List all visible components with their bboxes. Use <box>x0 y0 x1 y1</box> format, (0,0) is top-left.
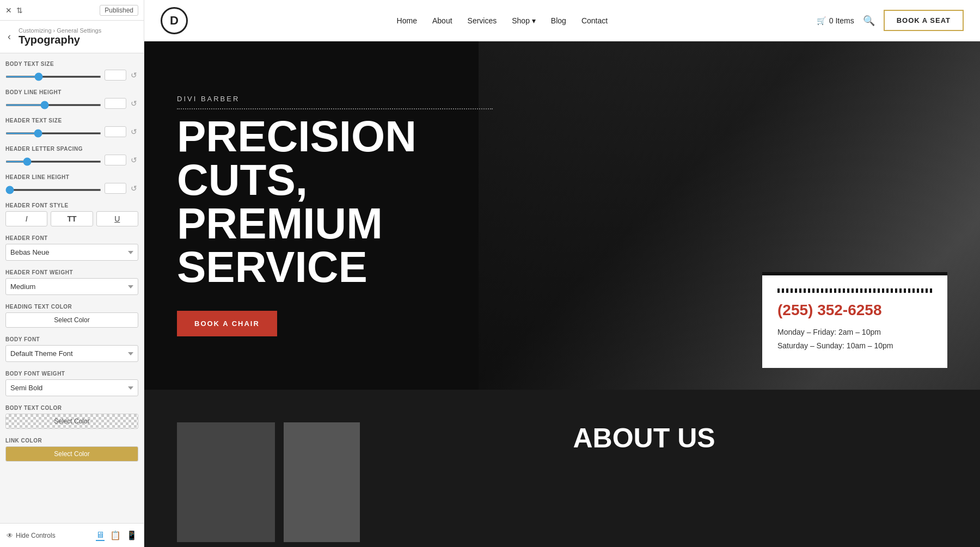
panel-footer: 👁 Hide Controls 🖥 📋 📱 <box>0 523 144 547</box>
font-style-buttons: I TT U <box>5 211 138 226</box>
about-text: ABOUT US <box>573 422 948 542</box>
navbar-right: 🛒 0 Items 🔍 BOOK A SEAT <box>817 10 964 31</box>
tablet-icon[interactable]: 📋 <box>110 530 121 541</box>
body-text-color-group: BODY TEXT COLOR Select Color <box>5 405 138 429</box>
body-text-size-reset[interactable]: ↺ <box>130 71 138 79</box>
search-icon[interactable]: 🔍 <box>863 15 875 27</box>
body-line-height-value[interactable]: 1.8 <box>105 98 126 109</box>
body-text-color-button[interactable]: Select Color <box>5 414 138 429</box>
panel-topbar: ✕ ⇅ Published <box>0 0 144 21</box>
heading-text-color-button[interactable]: Select Color <box>5 312 138 328</box>
site-preview: D Home About Services Shop ▾ Blog Contac… <box>144 0 980 547</box>
header-line-height-value[interactable]: 1 <box>105 183 126 194</box>
hide-controls-label: Hide Controls <box>16 532 56 539</box>
body-font-select[interactable]: Default Theme Font Open Sans Roboto Lato <box>5 345 138 362</box>
heading-text-color-group: HEADING TEXT COLOR Select Color <box>5 304 138 328</box>
nav-contact[interactable]: Contact <box>581 16 608 25</box>
info-card: (255) 352-6258 Monday – Friday: 2am – 10… <box>762 272 947 368</box>
book-seat-button[interactable]: BOOK A SEAT <box>884 10 964 31</box>
panel-title: Typography <box>19 34 101 46</box>
info-hours-weekend: Saturday – Sunday: 10am – 10pm <box>777 339 932 353</box>
header-text-size-reset[interactable]: ↺ <box>130 127 138 136</box>
eye-icon: 👁 <box>7 532 13 539</box>
nav-services[interactable]: Services <box>468 16 497 25</box>
header-font-style-label: HEADER FONT STYLE <box>5 202 138 208</box>
panel-header: ‹ Customizing › General Settings Typogra… <box>0 21 144 53</box>
info-card-stripe <box>777 288 932 293</box>
body-font-weight-group: BODY FONT WEIGHT Thin Light Regular Medi… <box>5 371 138 396</box>
body-font-weight-select[interactable]: Thin Light Regular Medium Semi Bold Bold… <box>5 379 138 396</box>
panel-content: BODY TEXT SIZE 16 ↺ BODY LINE HEIGHT 1.8… <box>0 53 144 469</box>
header-letter-spacing-row: 0 ↺ <box>5 155 138 165</box>
about-images <box>177 422 552 542</box>
hero-title-line2: PREMIUM SERVICE <box>177 202 493 289</box>
about-title: ABOUT US <box>573 422 948 454</box>
body-font-label: BODY FONT <box>5 336 138 342</box>
underline-style-button[interactable]: U <box>96 211 138 226</box>
hero-subtitle: DIVI BARBER <box>177 95 493 109</box>
body-line-height-row: 1.8 ↺ <box>5 98 138 109</box>
heading-text-color-label: HEADING TEXT COLOR <box>5 304 138 310</box>
body-text-size-value[interactable]: 16 <box>105 70 126 81</box>
nav-blog[interactable]: Blog <box>551 16 566 25</box>
bold-style-button[interactable]: TT <box>51 211 93 226</box>
about-section: ABOUT US <box>144 390 980 547</box>
footer-device-icons: 🖥 📋 📱 <box>96 530 137 541</box>
breadcrumb: Customizing › General Settings <box>19 27 101 34</box>
hero-cta-button[interactable]: BOOK A CHAIR <box>177 311 277 336</box>
header-letter-spacing-slider[interactable] <box>5 161 101 163</box>
hero-title-line1: PRECISION CUTS, <box>177 115 493 202</box>
body-font-group: BODY FONT Default Theme Font Open Sans R… <box>5 336 138 362</box>
body-line-height-group: BODY LINE HEIGHT 1.8 ↺ <box>5 89 138 109</box>
header-font-weight-group: HEADER FONT WEIGHT Thin Light Regular Me… <box>5 269 138 295</box>
hide-controls-button[interactable]: 👁 Hide Controls <box>7 532 56 539</box>
header-font-select[interactable]: Bebas Neue Open Sans Roboto Lato <box>5 244 138 261</box>
body-line-height-reset[interactable]: ↺ <box>130 99 138 108</box>
cart-info[interactable]: 🛒 0 Items <box>817 16 854 25</box>
italic-style-button[interactable]: I <box>5 211 47 226</box>
header-text-size-slider-wrap <box>5 127 101 137</box>
about-image-2 <box>284 422 360 542</box>
header-letter-spacing-reset[interactable]: ↺ <box>130 156 138 164</box>
header-text-size-value[interactable]: 30 <box>105 126 126 137</box>
header-text-size-slider[interactable] <box>5 132 101 134</box>
header-font-label: HEADER FONT <box>5 235 138 241</box>
desktop-icon[interactable]: 🖥 <box>96 530 105 541</box>
hero-title: PRECISION CUTS, PREMIUM SERVICE <box>177 115 493 289</box>
link-color-button[interactable]: Select Color <box>5 446 138 462</box>
body-text-size-slider-wrap <box>5 70 101 80</box>
published-badge[interactable]: Published <box>100 5 138 16</box>
back-button[interactable]: ‹ <box>5 31 13 42</box>
header-letter-spacing-label: HEADER LETTER SPACING <box>5 146 138 152</box>
about-image-1 <box>177 422 275 542</box>
header-line-height-label: HEADER LINE HEIGHT <box>5 174 138 180</box>
navbar-nav: Home About Services Shop ▾ Blog Contact <box>397 16 608 25</box>
sort-icon[interactable]: ⇅ <box>16 6 23 15</box>
header-font-group: HEADER FONT Bebas Neue Open Sans Roboto … <box>5 235 138 261</box>
body-line-height-label: BODY LINE HEIGHT <box>5 89 138 95</box>
header-font-weight-select[interactable]: Thin Light Regular Medium Semi Bold Bold… <box>5 278 138 295</box>
cart-icon: 🛒 <box>817 16 826 25</box>
navbar-logo: D <box>161 7 188 34</box>
link-color-label: LINK COLOR <box>5 438 138 444</box>
cart-label: 0 Items <box>829 16 854 25</box>
header-line-height-row: 1 ↺ <box>5 183 138 194</box>
hero-section: DIVI BARBER PRECISION CUTS, PREMIUM SERV… <box>144 41 980 390</box>
mobile-icon[interactable]: 📱 <box>126 530 137 541</box>
site-navbar: D Home About Services Shop ▾ Blog Contac… <box>144 0 980 41</box>
nav-about[interactable]: About <box>432 16 452 25</box>
close-icon[interactable]: ✕ <box>5 6 12 15</box>
nav-home[interactable]: Home <box>397 16 417 25</box>
body-font-weight-label: BODY FONT WEIGHT <box>5 371 138 377</box>
header-line-height-reset[interactable]: ↺ <box>130 184 138 193</box>
header-letter-spacing-slider-wrap <box>5 155 101 165</box>
topbar-left-icons: ✕ ⇅ <box>5 6 23 15</box>
header-line-height-slider[interactable] <box>5 189 101 191</box>
header-letter-spacing-value[interactable]: 0 <box>105 155 126 165</box>
header-text-size-group: HEADER TEXT SIZE 30 ↺ <box>5 118 138 137</box>
body-text-color-label: BODY TEXT COLOR <box>5 405 138 411</box>
nav-shop[interactable]: Shop ▾ <box>512 16 536 25</box>
hero-content: DIVI BARBER PRECISION CUTS, PREMIUM SERV… <box>144 41 525 390</box>
body-text-size-slider[interactable] <box>5 76 101 78</box>
body-line-height-slider[interactable] <box>5 104 101 106</box>
